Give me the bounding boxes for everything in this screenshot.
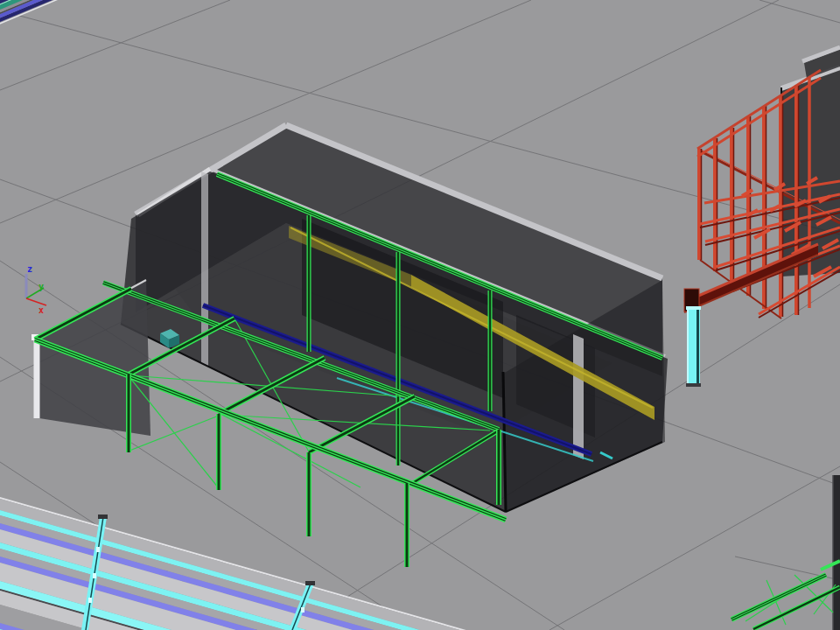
z-axis-label: z — [27, 264, 32, 274]
truss-braces — [746, 575, 836, 625]
truss-chord-near — [732, 575, 826, 620]
right-edge-column[interactable] — [833, 475, 840, 630]
conveyor[interactable] — [0, 497, 840, 630]
corner-conveyor-top-left[interactable] — [0, 0, 58, 24]
y-axis-label: y — [38, 282, 44, 291]
white-corner-post — [34, 337, 40, 418]
cyan-column[interactable] — [686, 306, 701, 387]
x-axis-line — [26, 298, 46, 305]
axis-gizmo: z y x — [26, 264, 46, 315]
green-truss-bottom-right[interactable] — [732, 561, 840, 629]
conveyor-stripes — [0, 497, 840, 630]
right-inner-slat — [573, 334, 584, 459]
x-axis-label: x — [38, 305, 44, 315]
cad-viewport[interactable]: z y x — [0, 0, 840, 630]
